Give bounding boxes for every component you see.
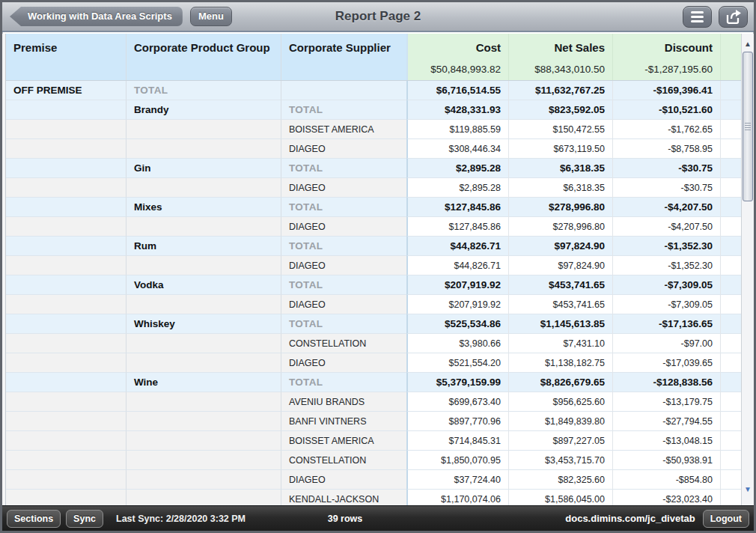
menu-button[interactable]: Menu [190, 7, 232, 26]
cell-cost: $308,446.34 [406, 139, 508, 159]
cell-spacer [720, 81, 741, 100]
cell-discount: -$97.00 [612, 334, 720, 353]
share-button[interactable] [719, 6, 748, 28]
cell-premise [6, 120, 126, 139]
table-row[interactable]: CONSTELLATION$3,980.66$7,431.10-$97.00 [6, 334, 741, 353]
table-row[interactable]: BrandyTOTAL$428,331.93$823,592.05-$10,52… [6, 100, 741, 120]
table-row[interactable]: AVENIU BRANDS$699,673.40$956,625.60-$13,… [6, 392, 741, 412]
vertical-scrollbar[interactable]: ▲ ▼ [741, 34, 754, 505]
sync-button[interactable]: Sync [66, 510, 103, 528]
table-row[interactable]: DIAGEO$207,919.92$453,741.65-$7,309.05 [6, 295, 741, 314]
cell-premise [6, 314, 126, 334]
column-header-cost[interactable]: Cost $50,848,993.82 [406, 34, 508, 80]
table-row[interactable]: VodkaTOTAL$207,919.92$453,741.65-$7,309.… [6, 275, 741, 295]
table-row[interactable]: WhiskeyTOTAL$525,534.86$1,145,613.85-$17… [6, 314, 741, 334]
cell-net-sales: $1,586,045.00 [508, 490, 612, 505]
scrollbar-thumb[interactable] [743, 52, 753, 201]
table-row[interactable]: BOISSET AMERICA$714,845.31$897,227.05-$1… [6, 431, 741, 451]
column-header-premise[interactable]: Premise [6, 34, 126, 80]
sections-button[interactable]: Sections [7, 510, 61, 528]
table-row[interactable]: WineTOTAL$5,379,159.99$8,826,679.65-$128… [6, 373, 741, 392]
table-row[interactable]: DIAGEO$521,554.20$1,138,182.75-$17,039.6… [6, 353, 741, 373]
cell-net-sales: $278,996.80 [508, 217, 612, 237]
table-row[interactable]: MixesTOTAL$127,845.86$278,996.80-$4,207.… [6, 198, 741, 217]
cell-supplier: DIAGEO [281, 470, 406, 490]
cell-supplier: TOTAL [281, 100, 406, 120]
cell-group [126, 431, 281, 451]
cell-premise [6, 334, 126, 353]
server-url-text: docs.dimins.com/jc_divetab [565, 513, 695, 524]
cell-premise [6, 256, 126, 275]
back-button[interactable]: Working with Data Area Scripts [10, 7, 183, 26]
cell-net-sales: $3,453,715.70 [508, 451, 612, 470]
cell-net-sales: $453,741.65 [508, 275, 612, 295]
cell-premise [6, 275, 126, 295]
cell-premise [6, 373, 126, 392]
column-header-net-sales[interactable]: Net Sales $88,343,010.50 [508, 34, 612, 80]
list-menu-button[interactable] [683, 6, 712, 28]
cell-cost: $207,919.92 [406, 275, 508, 295]
scroll-down-arrow-icon[interactable]: ▼ [742, 485, 754, 493]
cell-group: Whiskey [126, 314, 281, 334]
cell-premise [6, 295, 126, 314]
cell-discount: -$4,207.50 [612, 198, 720, 217]
cell-group [126, 217, 281, 237]
cell-net-sales: $97,824.90 [508, 256, 612, 275]
cell-supplier: TOTAL [281, 198, 406, 217]
cell-cost: $714,845.31 [406, 431, 508, 451]
cell-cost: $44,826.71 [406, 256, 508, 275]
cell-net-sales: $1,138,182.75 [508, 353, 612, 373]
app-window: Report Page 2 Working with Data Area Scr… [0, 0, 756, 533]
cell-discount: -$1,352.30 [612, 256, 720, 275]
table-row[interactable]: OFF PREMISETOTAL$6,716,514.55$11,632,767… [6, 81, 741, 100]
table-row[interactable]: CONSTELLATION$1,850,070.95$3,453,715.70-… [6, 451, 741, 470]
scroll-up-arrow-icon[interactable]: ▲ [742, 40, 754, 48]
cell-cost: $525,534.86 [406, 314, 508, 334]
logout-button[interactable]: Logout [703, 510, 749, 528]
cell-cost: $428,331.93 [406, 100, 508, 120]
cell-discount: -$169,396.41 [612, 81, 720, 100]
cell-group [126, 334, 281, 353]
column-header-discount[interactable]: Discount -$1,287,195.60 [612, 34, 720, 80]
table-row[interactable]: GinTOTAL$2,895.28$6,318.35-$30.75 [6, 159, 741, 178]
cell-group: Rum [126, 237, 281, 256]
cell-spacer [720, 217, 741, 237]
table-row[interactable]: DIAGEO$308,446.34$673,119.50-$8,758.95 [6, 139, 741, 159]
table-row[interactable]: DIAGEO$127,845.86$278,996.80-$4,207.50 [6, 217, 741, 237]
cell-group [126, 392, 281, 412]
cell-discount: -$7,309.05 [612, 295, 720, 314]
cell-premise [6, 217, 126, 237]
cell-cost: $1,850,070.95 [406, 451, 508, 470]
cell-discount: -$7,309.05 [612, 275, 720, 295]
cell-spacer [720, 392, 741, 412]
last-sync-text: Last Sync: 2/28/2020 3:32 PM [116, 514, 246, 524]
grand-total-discount: -$1,287,195.60 [621, 64, 713, 80]
column-header-supplier[interactable]: Corporate Supplier [281, 34, 406, 80]
cell-supplier: TOTAL [281, 159, 406, 178]
cell-net-sales: $1,145,613.85 [508, 314, 612, 334]
cell-group [126, 412, 281, 431]
cell-group [126, 451, 281, 470]
cell-premise [6, 198, 126, 217]
column-header-product-group[interactable]: Corporate Product Group [126, 34, 281, 80]
cell-spacer [720, 159, 741, 178]
cell-supplier: DIAGEO [281, 139, 406, 159]
cell-spacer [720, 353, 741, 373]
table-row[interactable]: DIAGEO$2,895.28$6,318.35-$30.75 [6, 178, 741, 198]
table-row[interactable]: KENDALL-JACKSON$1,170,074.06$1,586,045.0… [6, 490, 741, 505]
table-row[interactable]: RumTOTAL$44,826.71$97,824.90-$1,352.30 [6, 237, 741, 256]
cell-discount: -$1,762.65 [612, 120, 720, 139]
table-header-row: Premise Corporate Product Group Corporat… [6, 34, 741, 81]
table-row[interactable]: DIAGEO$37,724.40$82,325.60-$854.80 [6, 470, 741, 490]
cell-group [126, 120, 281, 139]
cell-net-sales: $6,318.35 [508, 178, 612, 198]
cell-supplier: TOTAL [281, 314, 406, 334]
cell-supplier: AVENIU BRANDS [281, 392, 406, 412]
table-row[interactable]: DIAGEO$44,826.71$97,824.90-$1,352.30 [6, 256, 741, 275]
table-row[interactable]: BOISSET AMERICA$119,885.59$150,472.55-$1… [6, 120, 741, 139]
cell-spacer [720, 334, 741, 353]
cell-cost: $521,554.20 [406, 353, 508, 373]
cell-spacer [720, 178, 741, 198]
table-row[interactable]: BANFI VINTNERS$897,770.96$1,849,839.80-$… [6, 412, 741, 431]
cell-spacer [720, 431, 741, 451]
